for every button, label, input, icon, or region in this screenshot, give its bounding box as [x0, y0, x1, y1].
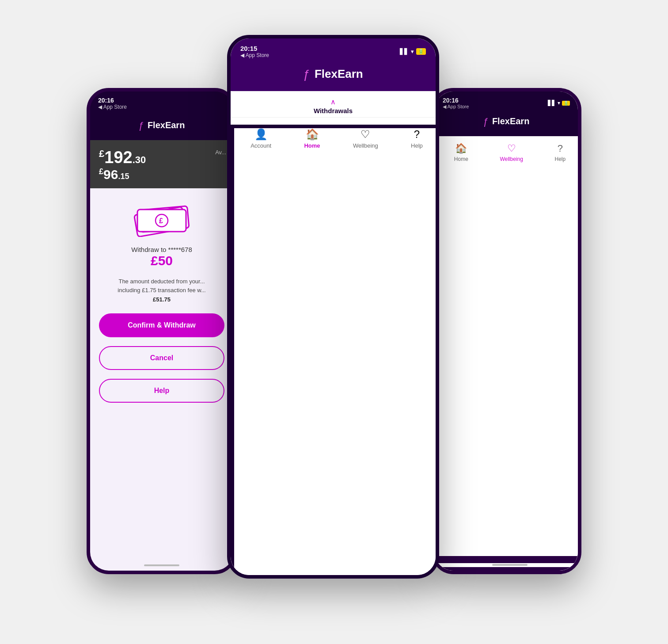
right-battery-icon: 🔋	[562, 101, 570, 106]
help-icon: ?	[414, 128, 420, 141]
right-signal-icon: ▋▋	[548, 100, 556, 106]
home-label: Home	[304, 142, 320, 149]
right-phone: 20:16 ◀ App Store ▋▋ ▾ 🔋 ƒ FlexEarn Tool…	[431, 88, 581, 574]
right-status-left: 20:16 ◀ App Store	[443, 97, 469, 110]
left-phone: 20:16 ◀ App Store ƒ FlexEarn £192.30 £96…	[87, 88, 237, 574]
left-main-amount: 192	[104, 148, 132, 167]
center-nav-items: 👤 Account 🏠 Home ♡ Wellbeing ? Help	[231, 125, 439, 579]
left-main-currency: £	[99, 148, 104, 159]
right-logo-icon: ƒ	[483, 116, 489, 127]
right-app-store[interactable]: ◀ App Store	[443, 104, 469, 110]
withdraw-to-section: Withdraw to *****678 £50	[131, 246, 192, 268]
right-wifi-icon: ▾	[558, 100, 560, 106]
left-header: ƒ FlexEarn	[90, 113, 233, 140]
home-indicator	[144, 564, 179, 566]
left-sub-amount: 96	[103, 167, 118, 182]
left-status-bar: 20:16 ◀ App Store	[90, 91, 233, 113]
money-icon: £	[131, 202, 193, 237]
right-help-label: Help	[554, 156, 566, 162]
withdrawals-tab[interactable]: ∧ Withdrawals	[231, 91, 436, 117]
right-status-time: 20:16	[443, 97, 469, 104]
right-nav-help[interactable]: ? Help	[554, 143, 566, 547]
wifi-icon: ▾	[411, 48, 414, 55]
signal-icon: ▋▋	[400, 48, 409, 55]
left-logo-icon: ƒ	[139, 120, 144, 131]
withdraw-amount: £50	[131, 253, 192, 268]
right-home-indicator	[435, 560, 581, 571]
right-wellbeing-icon: ♡	[507, 143, 516, 154]
center-status-time: 20:15	[240, 45, 269, 52]
deduction-text: The amount deducted from your... includi…	[118, 277, 205, 305]
center-logo-icon: ƒ	[303, 67, 310, 81]
center-status-icons: ▋▋ ▾ 🔋	[400, 48, 426, 55]
cancel-button[interactable]: Cancel	[99, 346, 224, 370]
center-app-store[interactable]: ◀ App Store	[240, 52, 269, 58]
home-icon: 🏠	[306, 128, 319, 141]
left-main-decimals: .30	[133, 154, 146, 165]
deduction-total: £51.75	[118, 295, 205, 305]
right-nav-home[interactable]: 🏠 Home	[454, 143, 468, 547]
left-sub-currency: £	[99, 167, 103, 176]
center-header: ƒ FlexEarn	[231, 63, 436, 91]
center-status-left: 20:15 ◀ App Store	[240, 45, 269, 58]
wellbeing-icon: ♡	[361, 128, 370, 141]
confirm-withdraw-button[interactable]: Confirm & Withdraw	[99, 313, 224, 337]
svg-text:£: £	[159, 217, 163, 225]
account-label: Account	[250, 142, 271, 149]
right-home-label: Home	[454, 156, 468, 162]
left-app-title: FlexEarn	[148, 120, 185, 130]
right-bottom-nav: 🏠 Home ♡ Wellbeing ? Help	[435, 136, 581, 560]
nav-account[interactable]: 👤 Account	[250, 128, 271, 149]
left-app-store[interactable]: ◀ App Store	[98, 104, 225, 110]
account-icon: 👤	[254, 128, 268, 141]
right-wellbeing-label: Wellbeing	[500, 156, 523, 162]
center-phone: 20:15 ◀ App Store ▋▋ ▾ 🔋 ƒ FlexEarn Time…	[227, 35, 439, 579]
center-status-bar: 20:15 ◀ App Store ▋▋ ▾ 🔋	[231, 38, 436, 63]
help-label: Help	[411, 142, 423, 149]
nav-home[interactable]: 🏠 Home	[304, 128, 320, 149]
left-avail-label: Av...	[215, 149, 226, 156]
nav-wellbeing[interactable]: ♡ Wellbeing	[353, 128, 378, 149]
left-sub-decimals: .15	[118, 172, 129, 181]
battery-icon: 🔋	[416, 48, 426, 55]
chevron-up-icon: ∧	[330, 98, 336, 106]
left-content: £ Withdraw to *****678 £50 The amount de…	[90, 188, 233, 560]
right-nav-wellbeing[interactable]: ♡ Wellbeing	[500, 143, 523, 547]
center-app-title: FlexEarn	[315, 67, 363, 81]
right-header: ƒ FlexEarn	[435, 112, 578, 136]
wellbeing-label: Wellbeing	[353, 142, 378, 149]
right-home-bar	[492, 564, 528, 566]
right-status-icons: ▋▋ ▾ 🔋	[548, 100, 570, 106]
left-status-time: 20:16	[98, 97, 225, 104]
withdrawals-label: Withdrawals	[314, 107, 353, 114]
right-home-icon: 🏠	[455, 143, 467, 154]
center-bottom-nav: 👤 Account 🏠 Home ♡ Wellbeing ? Help	[231, 117, 436, 579]
nav-help[interactable]: ? Help	[411, 128, 423, 149]
help-button[interactable]: Help	[99, 379, 224, 403]
withdraw-to-label: Withdraw to *****678	[131, 246, 192, 253]
right-app-title: FlexEarn	[492, 116, 529, 126]
right-status-bar: 20:16 ◀ App Store ▋▋ ▾ 🔋	[435, 91, 578, 112]
right-help-icon: ?	[558, 143, 563, 154]
